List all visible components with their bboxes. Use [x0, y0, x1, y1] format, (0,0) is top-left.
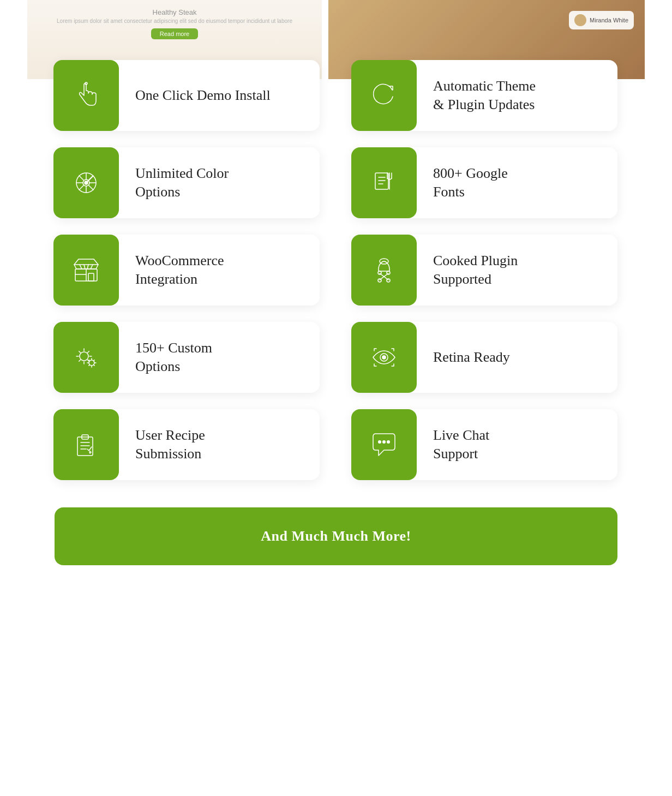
feature-label-one-click-demo: One Click Demo Install — [119, 75, 287, 116]
store-icon — [70, 254, 103, 286]
feature-label-retina-ready: Retina Ready — [417, 337, 526, 378]
settings-icon — [70, 341, 103, 374]
feature-icon-user-recipe — [53, 409, 119, 480]
feature-label-automatic-updates: Automatic Theme& Plugin Updates — [417, 66, 552, 125]
feature-label-cooked-plugin: Cooked PluginSupported — [417, 241, 534, 300]
color-wheel-icon — [70, 166, 103, 199]
feature-card-live-chat: Live ChatSupport — [352, 409, 617, 480]
chef-icon — [368, 254, 400, 286]
feature-card-unlimited-color: Unlimited ColorOptions — [55, 147, 320, 218]
svg-point-34 — [387, 279, 390, 282]
svg-point-33 — [378, 279, 381, 282]
feature-icon-automatic-updates — [351, 60, 417, 131]
feature-card-woocommerce: WooCommerceIntegration — [55, 235, 320, 306]
hand-pointer-icon — [70, 79, 103, 112]
feature-label-live-chat: Live ChatSupport — [417, 415, 506, 474]
feature-label-woocommerce: WooCommerceIntegration — [119, 241, 241, 300]
feature-icon-unlimited-color — [53, 147, 119, 218]
svg-line-10 — [79, 185, 83, 190]
chat-icon — [368, 428, 400, 461]
recipe-icon — [70, 428, 103, 461]
feature-card-retina-ready: Retina Ready — [352, 322, 617, 393]
svg-rect-23 — [88, 273, 94, 281]
feature-label-google-fonts: 800+ GoogleFonts — [417, 153, 524, 212]
more-button[interactable]: And Much Much More! — [55, 507, 617, 565]
svg-point-44 — [378, 440, 381, 444]
feature-icon-cooked-plugin — [351, 235, 417, 306]
svg-line-8 — [89, 185, 93, 190]
feature-label-unlimited-color: Unlimited ColorOptions — [119, 153, 245, 212]
feature-card-cooked-plugin: Cooked PluginSupported — [352, 235, 617, 306]
svg-line-24 — [80, 265, 82, 269]
feature-card-automatic-updates: Automatic Theme& Plugin Updates — [352, 60, 617, 131]
svg-point-45 — [382, 440, 386, 444]
feature-card-user-recipe: User RecipeSubmission — [55, 409, 320, 480]
svg-point-31 — [378, 271, 381, 274]
svg-point-12 — [85, 181, 88, 184]
feature-card-custom-options: 150+ CustomOptions — [55, 322, 320, 393]
svg-line-25 — [84, 265, 85, 269]
feature-icon-woocommerce — [53, 235, 119, 306]
refresh-icon — [368, 79, 400, 112]
svg-rect-13 — [375, 173, 388, 189]
fonts-icon — [368, 166, 400, 199]
feature-icon-live-chat — [351, 409, 417, 480]
svg-point-46 — [387, 440, 390, 444]
feature-card-google-fonts: 800+ GoogleFonts — [352, 147, 617, 218]
svg-point-35 — [80, 352, 88, 361]
features-grid: One Click Demo Install Automatic Theme& … — [55, 60, 617, 480]
feature-label-custom-options: 150+ CustomOptions — [119, 328, 229, 387]
svg-line-26 — [87, 265, 88, 269]
eye-icon — [368, 341, 400, 374]
feature-card-one-click-demo: One Click Demo Install — [55, 60, 320, 131]
feature-icon-google-fonts — [351, 147, 417, 218]
feature-icon-one-click-demo — [53, 60, 119, 131]
svg-point-32 — [387, 271, 390, 274]
svg-line-27 — [91, 265, 93, 269]
svg-line-7 — [79, 176, 83, 180]
svg-point-38 — [382, 356, 386, 359]
feature-icon-custom-options — [53, 322, 119, 393]
feature-icon-retina-ready — [351, 322, 417, 393]
feature-label-user-recipe: User RecipeSubmission — [119, 415, 221, 474]
